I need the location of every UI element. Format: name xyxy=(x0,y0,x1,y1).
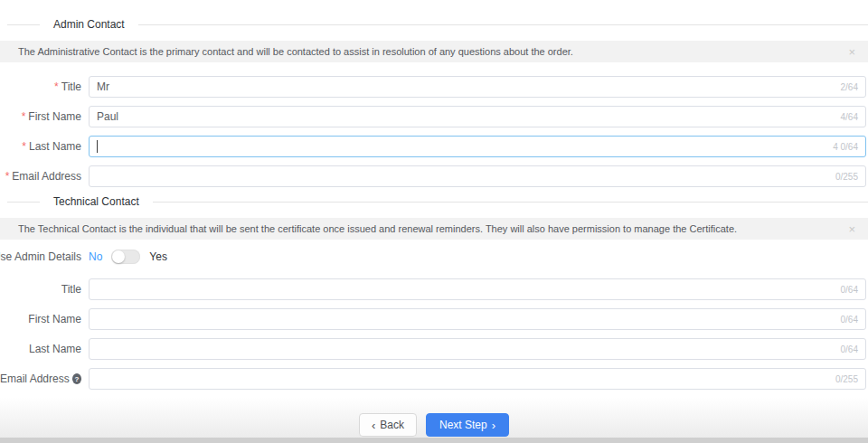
help-icon[interactable]: ? xyxy=(72,373,81,384)
use-admin-details-label: Use Admin Details xyxy=(0,250,81,263)
close-icon[interactable]: × xyxy=(846,44,857,60)
close-icon[interactable]: × xyxy=(846,222,857,237)
field-label-text: First Name xyxy=(28,110,81,123)
toggle-knob xyxy=(112,250,125,263)
tech-first-name-input-box: 0/64 xyxy=(89,308,866,330)
tech-first-name-input[interactable] xyxy=(97,313,834,325)
char-counter: 0/255 xyxy=(835,374,858,384)
admin-contact-divider: Admin Contact xyxy=(0,18,868,31)
field-label-text: Title xyxy=(61,80,81,93)
char-counter: 4 0/64 xyxy=(833,142,858,152)
char-counter: 0/64 xyxy=(841,344,858,354)
field-label-text: Last Name xyxy=(29,343,81,355)
toggle-yes-label[interactable]: Yes xyxy=(149,250,167,263)
bottom-edge-strip xyxy=(0,438,868,443)
form-row-tech-title: Title 0/64 xyxy=(0,278,868,300)
divider-line xyxy=(153,202,868,203)
admin-notice-banner: The Administrative Contact is the primar… xyxy=(0,41,868,62)
form-row-tech-email: Email Address ? 0/255 xyxy=(0,368,868,390)
tech-email-input[interactable] xyxy=(97,372,828,385)
tech-last-name-input-box: 0/64 xyxy=(89,338,866,360)
admin-email-label: * Email Address xyxy=(0,170,81,183)
chevron-right-icon: › xyxy=(492,419,495,431)
admin-last-name-input-box: 4 0/64 xyxy=(89,136,866,157)
admin-notice-text: The Administrative Contact is the primar… xyxy=(18,46,846,57)
field-label-text: Title xyxy=(61,283,81,296)
tech-last-name-label: Last Name xyxy=(0,343,81,355)
tech-email-input-box: 0/255 xyxy=(89,368,866,390)
admin-title-label: * Title xyxy=(0,80,81,93)
back-button-label: Back xyxy=(380,419,404,431)
form-row-admin-last-name: * Last Name 4 0/64 xyxy=(0,136,868,157)
chevron-left-icon: ‹ xyxy=(372,419,375,431)
contact-details-page: Admin Contact The Administrative Contact… xyxy=(0,0,868,443)
use-admin-details-toggle[interactable] xyxy=(111,250,140,264)
admin-first-name-label: * First Name xyxy=(0,110,81,123)
field-label-text: First Name xyxy=(28,313,81,325)
admin-last-name-input[interactable] xyxy=(99,140,826,153)
technical-section-title: Technical Contact xyxy=(40,195,153,208)
admin-first-name-input-box: 4/64 xyxy=(89,106,866,127)
form-row-tech-first-name: First Name 0/64 xyxy=(0,308,868,330)
field-label-text: Email Address xyxy=(12,170,81,183)
form-row-admin-email: * Email Address 0/255 xyxy=(0,165,868,187)
divider-line xyxy=(7,202,40,203)
text-cursor xyxy=(97,140,98,153)
admin-contact-form: * Title 2/64 * First Name 4/64 * Last Na… xyxy=(0,76,868,187)
admin-last-name-label: * Last Name xyxy=(0,140,81,153)
next-step-button-label: Next Step xyxy=(439,419,487,431)
char-counter: 0/64 xyxy=(841,285,858,295)
wizard-footer: ‹ Back Next Step › xyxy=(0,398,868,443)
form-row-admin-first-name: * First Name 4/64 xyxy=(0,106,868,127)
tech-first-name-label: First Name xyxy=(0,313,81,325)
form-row-admin-title: * Title 2/64 xyxy=(0,76,868,98)
tech-last-name-input[interactable] xyxy=(97,343,834,355)
toggle-no-label[interactable]: No xyxy=(89,250,102,263)
technical-contact-divider: Technical Contact xyxy=(0,195,868,208)
char-counter: 4/64 xyxy=(841,112,858,122)
required-marker: * xyxy=(5,170,10,183)
char-counter: 0/255 xyxy=(835,172,858,182)
technical-notice-text: The Technical Contact is the individual … xyxy=(18,223,846,234)
admin-title-input[interactable] xyxy=(97,80,834,93)
use-admin-details-row: Use Admin Details No Yes xyxy=(0,249,868,265)
tech-email-label: Email Address ? xyxy=(0,372,81,385)
required-marker: * xyxy=(54,80,59,93)
divider-line xyxy=(138,24,868,25)
admin-section-title: Admin Contact xyxy=(40,18,138,31)
tech-title-input-box: 0/64 xyxy=(89,278,866,300)
admin-email-input-box: 0/255 xyxy=(89,165,866,187)
admin-title-input-box: 2/64 xyxy=(89,76,866,98)
char-counter: 2/64 xyxy=(841,82,858,92)
field-label-text: Email Address xyxy=(0,372,70,385)
char-counter: 0/64 xyxy=(841,315,858,325)
technical-notice-banner: The Technical Contact is the individual … xyxy=(0,218,868,240)
next-step-button[interactable]: Next Step › xyxy=(426,413,509,437)
back-button[interactable]: ‹ Back xyxy=(359,413,417,437)
form-row-tech-last-name: Last Name 0/64 xyxy=(0,338,868,360)
divider-line xyxy=(7,24,40,25)
admin-first-name-input[interactable] xyxy=(97,110,834,123)
technical-contact-form: Title 0/64 First Name 0/64 Last Name 0/6… xyxy=(0,278,868,390)
required-marker: * xyxy=(22,140,26,153)
tech-title-label: Title xyxy=(0,283,81,296)
field-label-text: Last Name xyxy=(29,140,81,153)
required-marker: * xyxy=(22,110,26,123)
field-label-text: Use Admin Details xyxy=(0,250,81,263)
tech-title-input[interactable] xyxy=(97,283,834,296)
admin-email-input[interactable] xyxy=(97,170,828,183)
